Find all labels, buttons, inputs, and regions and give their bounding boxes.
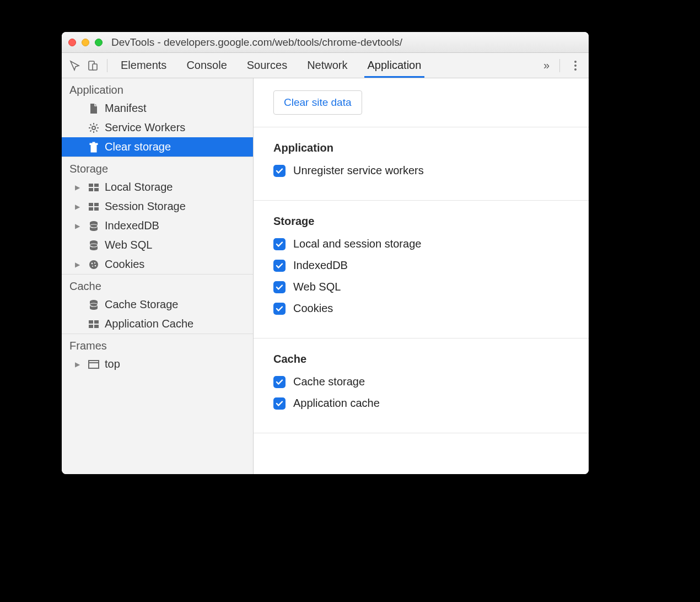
zoom-window-button[interactable] [95,39,103,46]
expand-triangle-icon[interactable]: ▶ [75,261,83,268]
toggle-device-toolbar-icon[interactable] [85,58,100,73]
svg-rect-19 [94,203,99,206]
sidebar-item-cache-storage[interactable]: ▶Cache Storage [62,295,253,314]
svg-rect-18 [89,203,93,206]
sidebar-group-frames: Frames [62,334,253,354]
sidebar-item-label: Clear storage [105,141,171,153]
checkbox-label: IndexedDB [293,259,348,272]
sidebar-item-label: Cookies [105,258,144,271]
sidebar-item-label: Cache Storage [105,298,178,311]
svg-point-28 [94,262,95,263]
svg-rect-1 [93,64,97,70]
expand-triangle-icon[interactable]: ▶ [75,222,83,230]
checkbox-local-and-session-storage[interactable]: Local and session storage [273,238,569,250]
sidebar-group-cache: Cache [62,274,253,295]
inspect-element-icon[interactable] [67,58,83,73]
checkbox-box[interactable] [273,165,286,177]
tab-sources[interactable]: Sources [244,53,290,77]
titlebar: DevTools - developers.google.com/web/too… [62,32,589,53]
trash-icon [88,142,99,153]
sidebar-item-application-cache[interactable]: ▶Application Cache [62,314,253,334]
checkbox-label: Cookies [293,302,333,315]
db-icon [88,221,99,232]
svg-rect-20 [89,207,93,211]
sidebar-item-label: top [105,358,120,370]
tab-application[interactable]: Application [364,53,425,77]
sidebar-item-service-workers[interactable]: ▶Service Workers [62,118,253,137]
checkbox-box[interactable] [273,238,286,250]
svg-line-7 [90,124,91,125]
sidebar-item-label: Application Cache [105,318,193,330]
svg-line-8 [96,130,97,131]
more-tabs-icon[interactable]: » [539,59,554,72]
window-title: DevTools - developers.google.com/web/too… [111,36,402,49]
checkbox-label: Application cache [293,397,380,410]
checkbox-cache-storage[interactable]: Cache storage [273,375,569,388]
section-application: ApplicationUnregister service workers [254,127,589,201]
checkbox-label: Web SQL [293,281,341,293]
sidebar-item-label: Session Storage [105,200,186,213]
sidebar-item-clear-storage[interactable]: ▶Clear storage [62,137,253,157]
section-cache: CacheCache storageApplication cache [254,338,589,433]
section-storage: StorageLocal and session storageIndexedD… [254,201,589,338]
frame-icon [88,359,99,370]
sidebar-item-manifest[interactable]: ▶Manifest [62,99,253,118]
grid-icon [88,319,99,330]
sidebar-item-label: Service Workers [105,121,185,134]
grid-icon [88,182,99,193]
checkbox-label: Unregister service workers [293,164,424,177]
window-controls [68,39,103,46]
close-window-button[interactable] [68,39,76,46]
section-heading: Cache [273,353,569,366]
tab-console[interactable]: Console [183,53,230,77]
section-heading: Storage [273,215,569,228]
svg-line-9 [90,130,91,131]
checkbox-label: Local and session storage [293,238,421,250]
settings-menu-icon[interactable] [569,61,582,71]
sidebar-item-label: Manifest [105,102,147,115]
checkbox-label: Cache storage [293,375,365,388]
expand-triangle-icon[interactable]: ▶ [75,203,83,211]
svg-rect-37 [89,361,99,368]
svg-point-27 [91,262,93,264]
checkbox-box[interactable] [273,260,286,272]
svg-rect-34 [94,320,99,324]
sidebar-item-top[interactable]: ▶top [62,354,253,374]
checkbox-indexeddb[interactable]: IndexedDB [273,259,569,272]
clear-site-data-section: Clear site data [254,78,589,127]
checkbox-cookies[interactable]: Cookies [273,302,569,315]
toolbar-divider [559,59,560,72]
sidebar-item-label: Web SQL [105,239,152,251]
sidebar-item-local-storage[interactable]: ▶Local Storage [62,178,253,197]
checkbox-unregister-service-workers[interactable]: Unregister service workers [273,164,569,177]
sidebar-item-cookies[interactable]: ▶Cookies [62,255,253,274]
checkbox-box[interactable] [273,303,286,315]
svg-rect-13 [93,142,95,143]
sidebar-item-session-storage[interactable]: ▶Session Storage [62,197,253,216]
sidebar-item-web-sql[interactable]: ▶Web SQL [62,235,253,255]
svg-rect-15 [94,184,99,187]
db-icon [88,240,99,251]
expand-triangle-icon[interactable]: ▶ [75,184,83,191]
svg-rect-14 [89,184,93,187]
expand-triangle-icon[interactable]: ▶ [75,361,83,368]
minimize-window-button[interactable] [82,39,89,46]
clear-site-data-button[interactable]: Clear site data [273,90,362,115]
db-icon [88,299,99,310]
gear-icon [88,122,99,133]
checkbox-web-sql[interactable]: Web SQL [273,281,569,293]
checkbox-box[interactable] [273,397,286,410]
svg-rect-21 [94,207,99,211]
sidebar-item-label: Local Storage [105,181,173,194]
application-sidebar: Application▶Manifest▶Service Workers▶Cle… [62,78,254,474]
checkbox-box[interactable] [273,376,286,388]
checkbox-box[interactable] [273,281,286,293]
tab-elements[interactable]: Elements [117,53,170,77]
tab-network[interactable]: Network [304,53,351,77]
sidebar-item-indexeddb[interactable]: ▶IndexedDB [62,216,253,235]
svg-rect-35 [89,325,93,328]
section-heading: Application [273,142,569,154]
checkbox-application-cache[interactable]: Application cache [273,397,569,410]
svg-point-26 [89,260,98,269]
grid-icon [88,201,99,212]
